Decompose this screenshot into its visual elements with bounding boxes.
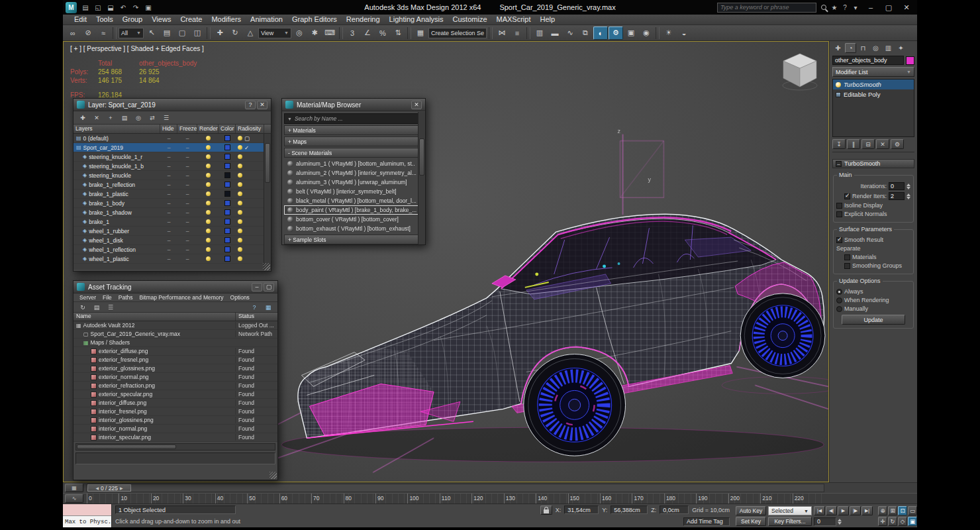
view-cube[interactable] [781,51,819,92]
asset-row-interior-specular-png[interactable]: interior_specular.pngFound [74,433,277,442]
color-cell[interactable] [219,189,236,198]
next-frame-button[interactable]: |▶ [850,506,861,515]
turbosmooth-rollout-header[interactable]: – TurboSmooth [832,159,914,168]
menu-help[interactable]: Help [536,15,560,25]
layer-row-brake-1-reflection[interactable]: ◈brake_1_reflection–– [74,180,271,189]
select-object-icon[interactable]: ↖ [144,26,159,40]
color-cell[interactable] [219,227,236,235]
maximize-button[interactable]: ▢ [264,283,274,292]
hide-cell[interactable]: – [160,199,177,207]
coordinate-x-field[interactable]: 31,54cm [564,505,599,514]
asset-row-exterior-fresnel-png[interactable]: exterior_fresnel.pngFound [74,356,277,364]
menu-tools[interactable]: Tools [91,15,118,25]
key-filter-selection-combo[interactable]: Selected▼ [768,506,812,515]
infocenter-search[interactable] [717,3,816,13]
hide-cell[interactable]: – [160,134,177,142]
material-dialog-titlebar[interactable]: Material/Map Browser ✕ [282,99,425,111]
radiosity-cell[interactable] [236,199,264,207]
select-and-manipulate-icon[interactable]: ✱ [307,26,322,40]
render-cell[interactable] [197,217,219,226]
modifier-stack-item-turbosmooth[interactable]: TurboSmooth [833,80,914,89]
render-cell[interactable] [197,180,219,189]
modifier-stack-item-editable-poly[interactable]: Editable Poly [833,89,914,99]
configure-modifier-sets-icon[interactable]: ⚙ [891,139,904,149]
asset-row-exterior-specular-png[interactable]: exterior_specular.pngFound [74,390,277,399]
render-cell[interactable] [197,245,219,254]
asset-row-sport-car-2019-generic-vray-max[interactable]: ▢Sport_Car_2019_Generic_vray.maxNetwork … [74,330,277,339]
minimize-button[interactable]: – [863,1,879,13]
radiosity-cell[interactable] [236,162,264,170]
freeze-cell[interactable]: – [177,152,197,161]
asset-row-interior-fresnel-png[interactable]: interior_fresnel.pngFound [74,407,277,416]
open-mini-curve-editor-icon[interactable]: ∿ [65,494,83,503]
curve-editor-icon[interactable]: ∿ [563,26,577,40]
field-of-view-icon[interactable]: ◇ [898,517,907,526]
radiosity-cell[interactable] [236,236,264,244]
freeze-cell[interactable]: – [177,236,197,244]
infocenter-dropdown-icon[interactable]: ▾ [850,3,861,13]
freeze-cell[interactable]: – [177,180,197,189]
color-cell[interactable] [219,152,236,161]
scene-materials-list[interactable]: aluminum_1 ( VRayMtl ) [bottom_aluminum,… [284,159,423,233]
layer-row-steering-knuckle-1-r[interactable]: ◈steering_knuckle_1_r–– [74,152,271,162]
angle-snap-icon[interactable]: ∠ [360,26,375,40]
render-cell[interactable] [197,189,219,198]
material-row-aluminum-2[interactable]: aluminum_2 ( VRayMtl ) [interior_symmetr… [284,168,423,178]
listener-macro-line[interactable] [63,504,111,516]
listener-script-line[interactable]: Max to Physc. [63,516,111,527]
percent-snap-icon[interactable]: % [375,26,390,40]
color-cell[interactable] [219,236,236,244]
vault-settings-icon[interactable]: ▦ [262,302,274,312]
rendered-frame-window-icon[interactable]: ▣ [624,26,638,40]
materials-checkbox[interactable] [844,254,850,260]
radiosity-cell[interactable] [236,189,264,198]
group-materials[interactable]: + Materials [284,125,423,135]
pin-stack-icon[interactable]: ↧ [832,139,846,149]
select-by-name-icon[interactable]: ▤ [160,26,174,40]
coordinate-z-field[interactable]: 0,0cm [660,505,689,514]
asset-menu-server[interactable]: Server [76,294,99,301]
object-name-field[interactable] [832,56,904,65]
maxscript-mini-listener[interactable]: Max to Physc. [63,504,112,527]
menu-views[interactable]: Views [147,15,175,25]
spinner-snap-icon[interactable]: ⇅ [391,26,405,40]
pan-icon[interactable]: ✛ [878,517,887,526]
exposure-control-icon[interactable]: ◒ [677,26,691,40]
freeze-cell[interactable]: – [177,227,197,235]
render-cell[interactable] [197,152,219,161]
update-option-when-rendering[interactable]: When Rendering [836,297,910,303]
modifier-list-dropdown[interactable]: Modifier List▼ [832,67,914,77]
color-cell[interactable] [219,143,236,152]
render-cell[interactable] [197,199,219,207]
asset-menu-file[interactable]: File [99,294,115,301]
radiosity-cell[interactable] [236,227,264,235]
render-cell[interactable] [197,162,219,170]
menu-customize[interactable]: Customize [448,15,492,25]
lighting-analysis-icon[interactable]: ☀ [662,26,676,40]
render-cell[interactable] [197,236,219,244]
go-to-start-button[interactable]: |◀ [814,506,825,515]
isoline-display-checkbox[interactable] [836,203,842,209]
color-cell[interactable] [219,180,236,189]
snaps-toggle-3d-icon[interactable]: 3 [345,26,360,40]
layer-row-wheel-1-reflection[interactable]: ◈wheel_1_reflection–– [74,245,271,254]
align-icon[interactable]: ≡ [510,26,524,40]
freeze-cell[interactable]: – [177,162,197,170]
layer-columns-header[interactable]: LayersHideFreezeRenderColorRadiosity [74,125,271,134]
help-center-icon[interactable]: ? [840,3,850,13]
color-cell[interactable] [219,171,236,180]
freeze-cell[interactable]: – [177,245,197,254]
maximize-button[interactable]: ▢ [881,1,897,13]
prev-key-icon[interactable]: ◀ [95,486,99,490]
asset-list[interactable]: ▦Autodesk Vault 2012Logged Out ...▢Sport… [74,321,277,442]
layer-row-sport-car-2019[interactable]: ▤Sport_car_2019––✓ [74,143,271,152]
radiosity-cell[interactable] [236,245,264,254]
auto-key-button[interactable]: Auto Key [736,506,766,515]
menu-animation[interactable]: Animation [246,15,287,25]
create-tab-icon[interactable]: ✚ [832,43,844,53]
open-file-icon[interactable]: ◱ [92,2,104,13]
render-iters-field[interactable]: 2 [889,192,905,200]
smooth-result-checkbox[interactable] [836,237,842,243]
menu-maxscript[interactable]: MAXScript [492,15,536,25]
render-cell[interactable] [197,227,219,235]
